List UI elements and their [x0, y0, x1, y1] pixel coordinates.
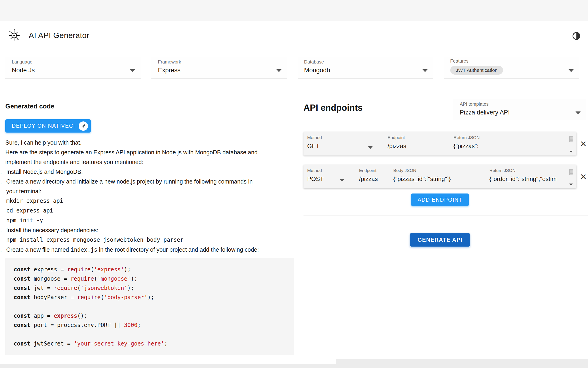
code-line: const port = process.env.PORT || 3000; — [14, 321, 286, 330]
code-block: const express = require('express');const… — [5, 258, 294, 355]
inline-code: index.js — [70, 247, 97, 253]
method-value: GET — [307, 143, 319, 149]
chevron-down-icon — [569, 184, 573, 186]
framework-select[interactable]: Framework Express — [151, 56, 287, 79]
instruction-step: 2.Create a new directory and initialize … — [0, 177, 294, 225]
endpoint-value: /pizzas — [359, 175, 378, 182]
terminal-command: npm install express mongoose jsonwebtoke… — [6, 235, 294, 245]
field-label: Return JSON — [489, 168, 561, 173]
remove-endpoint-button[interactable]: × — [579, 169, 588, 184]
config-bar: Language Node.Js Framework Express Datab… — [0, 50, 588, 79]
return-json-value: {"pizzas": — [454, 143, 479, 149]
field-scrollbar[interactable] — [569, 169, 573, 186]
contrast-icon — [572, 31, 581, 41]
chevron-down-icon — [276, 69, 281, 72]
step-text: Install the necessary dependencies:npm i… — [6, 225, 294, 245]
endpoint-row: Method GET Endpoint /pizzas Return JSON … — [304, 132, 588, 156]
feature-chip[interactable]: JWT Authentication — [450, 66, 503, 75]
field-scrollbar[interactable] — [569, 136, 573, 153]
generated-code-heading: Generated code — [5, 102, 294, 110]
select-value: Pizza delivery API — [460, 109, 510, 116]
method-value: POST — [307, 175, 324, 182]
endpoint-card: Method GET Endpoint /pizzas Return JSON … — [304, 132, 576, 156]
select-label: Language — [12, 59, 128, 65]
terminal-command: mkdir express-api — [6, 196, 294, 206]
step-number: 1. — [0, 167, 6, 177]
code-line: const jwtSecret = 'your-secret-key-goes-… — [14, 339, 286, 348]
step-text: Create a new directory and initialize a … — [6, 177, 294, 225]
assistant-message: Sure, I can help you with that. Here are… — [5, 138, 294, 167]
instruction-step: 1.Install Node.js and MongoDB. — [0, 167, 294, 177]
code-line: const jwt = require('jsonwebtoken'); — [14, 283, 286, 293]
app-header: AI API Generator — [0, 21, 588, 50]
deploy-button[interactable]: DEPLOY ON NATIVECI — [5, 119, 91, 133]
body-json-value: {"pizzas_id":["string"]} — [393, 175, 451, 182]
chevron-down-icon — [340, 179, 344, 182]
field-label: Endpoint — [387, 135, 452, 140]
step-text: Create a new file named index.js in the … — [6, 245, 294, 255]
content-bottom-edge — [0, 359, 336, 364]
code-line — [14, 330, 286, 339]
select-label: API templates — [460, 101, 573, 107]
select-value: Mongodb — [304, 67, 330, 74]
endpoint-card: Method POST Endpoint /pizzas Body JSON {… — [304, 165, 576, 188]
rocket-icon — [79, 121, 88, 131]
instruction-step: 3.Install the necessary dependencies:npm… — [0, 225, 294, 245]
select-label: Framework — [158, 59, 274, 65]
select-label: Database — [304, 59, 420, 65]
endpoint-input[interactable]: Endpoint /pizzas — [359, 168, 393, 188]
field-label: Return JSON — [454, 135, 561, 140]
return-json-value: {"order_id":"string","estim — [489, 175, 556, 182]
code-line: const mongoose = require('mongoose'); — [14, 274, 286, 283]
step-number: 4. — [0, 245, 6, 255]
return-json-input[interactable]: Return JSON {"pizzas": — [454, 135, 576, 156]
features-select[interactable]: Features JWT Authentication — [444, 56, 579, 79]
chevron-down-icon — [130, 69, 135, 72]
section-divider — [304, 215, 588, 216]
body-json-input[interactable]: Body JSON {"pizzas_id":["string"]} — [393, 168, 489, 188]
scrollbar-thumb[interactable] — [570, 136, 573, 142]
generated-code-panel: Generated code DEPLOY ON NATIVECI — [5, 102, 294, 355]
field-label: Method — [307, 135, 386, 140]
deploy-button-label: DEPLOY ON NATIVECI — [12, 123, 75, 129]
instruction-step: 4.Create a new file named index.js in th… — [0, 245, 294, 255]
return-json-input[interactable]: Return JSON {"order_id":"string","estim — [489, 168, 576, 188]
code-line: const express = require('express'); — [14, 265, 286, 274]
step-number: 3. — [0, 225, 6, 245]
app-title: AI API Generator — [29, 31, 89, 40]
select-label: Features — [450, 58, 566, 64]
message-line: Here are the steps to generate an Expres… — [5, 147, 294, 157]
app-logo-icon — [7, 28, 21, 43]
remove-endpoint-button[interactable]: × — [579, 136, 588, 151]
chevron-down-icon — [576, 111, 581, 114]
add-endpoint-button[interactable]: ADD ENDPOINT — [411, 193, 469, 206]
select-value: Express — [158, 67, 181, 74]
chevron-down-icon — [368, 146, 373, 149]
message-line: implement the endpoints and features you… — [5, 157, 294, 167]
instruction-steps: 1.Install Node.js and MongoDB.2.Create a… — [0, 167, 294, 255]
code-line: const app = express(); — [14, 311, 286, 321]
method-select[interactable]: Method GET — [307, 135, 387, 156]
api-templates-select[interactable]: API templates Pizza delivery API — [453, 99, 586, 121]
terminal-command: cd express-api — [6, 206, 294, 215]
database-select[interactable]: Database Mongodb — [298, 56, 433, 79]
generate-api-button[interactable]: GENERATE API — [410, 233, 470, 247]
app-window: AI API Generator Language Node.Js Framew… — [0, 21, 588, 359]
method-select[interactable]: Method POST — [307, 168, 359, 188]
language-select[interactable]: Language Node.Js — [5, 56, 141, 79]
field-label: Body JSON — [393, 168, 488, 173]
code-line — [14, 302, 286, 311]
chevron-down-icon — [569, 151, 573, 153]
scrollbar-thumb[interactable] — [570, 169, 573, 175]
theme-toggle-button[interactable] — [571, 31, 581, 41]
field-label: Endpoint — [359, 168, 392, 173]
api-endpoints-panel: API endpoints API templates Pizza delive… — [304, 102, 588, 247]
select-value: Node.Js — [12, 67, 35, 74]
step-number: 2. — [0, 177, 6, 225]
endpoint-input[interactable]: Endpoint /pizzas — [387, 135, 454, 156]
terminal-command: npm init -y — [6, 215, 294, 225]
endpoint-row: Method POST Endpoint /pizzas Body JSON {… — [304, 165, 588, 188]
api-endpoints-heading: API endpoints — [304, 102, 362, 113]
message-line: Sure, I can help you with that. — [5, 138, 294, 147]
step-text: Install Node.js and MongoDB. — [6, 167, 294, 177]
